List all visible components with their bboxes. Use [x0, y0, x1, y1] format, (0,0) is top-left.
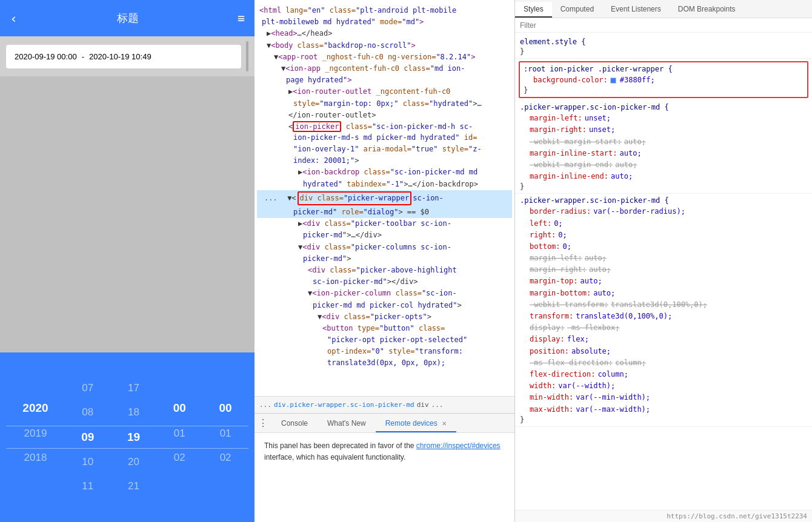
whats-new-tab[interactable]: What's New [318, 415, 376, 432]
dom-line: style="margin-top: 0px;" class="hydrated… [257, 98, 512, 110]
styles-content: element.style { } :root ion-picker .pick… [515, 33, 812, 510]
style-property: -webkit-margin-start: auto; [530, 136, 807, 148]
style-property: -webkit-transform: translate3d(0,100%,0)… [530, 299, 807, 311]
dom-line: <button type="button" class= [257, 323, 512, 334]
style-property: border-radius: var(--border-radius); [530, 206, 807, 217]
style-property: max-width: var(--max-width); [530, 404, 807, 415]
picker-item[interactable]: 01 [215, 423, 236, 444]
picker-item[interactable]: 21 [123, 475, 144, 497]
remote-devices-close[interactable]: ✕ [442, 420, 447, 427]
picker-item-selected[interactable]: 00 [215, 397, 237, 420]
color-swatch [610, 74, 617, 86]
picker-columns: 2020 2019 2018 07 08 09 10 11 17 18 19 [0, 377, 255, 497]
picker-wrapper-selector2: .picker-wrapper.sc-ion-picker-md { [520, 196, 807, 205]
dom-line: ▼<ion-picker-column class="sc-ion- [257, 288, 512, 299]
dom-line: ▼<app-root _nghost-fuh-c0 ng-version="8.… [257, 51, 512, 63]
picker-item[interactable]: 08 [77, 401, 98, 423]
picker-item[interactable] [175, 387, 184, 394]
back-button[interactable]: ‹ [10, 11, 18, 26]
root-picker-selector: :root ion-picker .picker-wrapper { [524, 65, 804, 73]
date-end: 2020-10-19 10:49 [89, 52, 151, 61]
style-property: margin-inline-start: auto; [530, 148, 807, 159]
picker-item[interactable]: 02 [169, 447, 190, 469]
dom-line: ▶<head>…</head> [257, 28, 512, 39]
picker-item[interactable] [30, 377, 40, 385]
menu-icon[interactable]: ≡ [238, 11, 245, 25]
console-tab[interactable]: Console [271, 415, 318, 432]
picker-item-selected[interactable]: 19 [122, 426, 145, 449]
picker-wrapper-highlight: div class="picker-wrapper [298, 191, 412, 205]
picker-item-selected[interactable]: 00 [168, 397, 191, 420]
picker-item[interactable]: 11 [77, 475, 98, 497]
deprecation-text-end: interface, which has equivalent function… [264, 453, 405, 461]
date-separator: - [82, 52, 84, 61]
event-listeners-tab[interactable]: Event Listeners [602, 2, 670, 18]
breadcrumb-item[interactable]: div.picker-wrapper.sc-ion-picker-md [274, 401, 414, 409]
dom-line: translate3d(0px, 0px, 0px); [257, 357, 512, 369]
picker-bottom: 2020 2019 2018 07 08 09 10 11 17 18 19 [0, 352, 255, 522]
remote-devices-tab[interactable]: Remote devices ✕ [376, 415, 456, 432]
picker-item[interactable]: 2018 [19, 447, 52, 469]
dom-line: ion-picker-md-s md picker-md hydrated" i… [257, 132, 512, 144]
dom-line: ▶<div class="picker-toolbar sc-ion- [257, 218, 512, 230]
style-property: min-width: var(--min-width); [530, 392, 807, 403]
dom-line: ▼<ion-app _ngcontent-fuh-c0 class="md io… [257, 63, 512, 74]
dom-line: ▼<div class="picker-opts"> [257, 311, 512, 323]
picker-item[interactable]: 18 [123, 401, 144, 423]
picker-item[interactable]: 2019 [19, 423, 52, 444]
dom-line: hydrated" tabindex="-1">…</ion-backdrop> [257, 179, 512, 190]
style-property: left: 0; [530, 218, 807, 230]
three-dot-menu[interactable]: ⋮ [255, 414, 271, 432]
dom-breakpoints-tab[interactable]: DOM Breakpoints [670, 2, 744, 18]
styles-tab[interactable]: Styles [515, 2, 552, 18]
picker-column-day: 17 18 19 20 21 [122, 377, 145, 497]
picker-item[interactable]: 02 [215, 447, 236, 469]
computed-tab[interactable]: Computed [552, 2, 602, 18]
style-property: flex-direction: column; [530, 369, 807, 380]
style-property: margin-top: auto; [530, 276, 807, 287]
dom-line: picker-md">…</div> [257, 230, 512, 241]
style-property: width: var(--width); [530, 380, 807, 392]
dom-line: "picker-opt picker-opt-selected" [257, 334, 512, 346]
scrollbar[interactable] [246, 41, 248, 71]
dom-line: ▼<div class="picker-columns sc-ion- [257, 242, 512, 253]
style-property: background-color: #3880ff; [533, 74, 804, 86]
picker-item[interactable] [221, 377, 230, 385]
picker-item[interactable] [30, 387, 40, 394]
dom-line-selected[interactable]: ... ▼<div class="picker-wrapper sc-ion- [257, 190, 512, 206]
dom-line: ▶<ion-router-outlet _ngcontent-fuh-c0 [257, 86, 512, 97]
breadcrumb: ... div.picker-wrapper.sc-ion-picker-md … [255, 396, 514, 413]
picker-item-selected[interactable]: 2020 [18, 397, 53, 420]
element-style-rule: element.style { } [515, 35, 812, 59]
picker-item[interactable] [175, 377, 184, 385]
dom-line: </ion-router-outlet> [257, 110, 512, 121]
style-property: display: flex; [530, 334, 807, 345]
picker-item[interactable] [221, 387, 230, 394]
dom-line: plt-mobileweb md hydrated" mode="md"> [257, 16, 512, 28]
picker-item[interactable]: 07 [77, 377, 98, 399]
style-property: position: absolute; [530, 346, 807, 357]
ion-picker-highlight: ion-picker [293, 121, 341, 132]
root-picker-body: background-color: #3880ff; [524, 74, 804, 86]
style-property: margin-left: auto; [530, 253, 807, 264]
dom-line: "ion-overlay-1" aria-modal="true" style=… [257, 144, 512, 155]
picker-item[interactable]: 17 [123, 377, 144, 399]
url-bar: https://blog.csdn.net/give1315t2234 [515, 510, 812, 522]
dom-line: <div class="picker-above-highlight [257, 265, 512, 276]
picker-column-year: 2020 2019 2018 [18, 377, 53, 497]
dom-line: index: 20001;"> [257, 155, 512, 167]
picker-item-selected[interactable]: 09 [76, 426, 99, 449]
dom-line: ▶<ion-backdrop class="sc-ion-picker-md m… [257, 167, 512, 178]
breadcrumb-ellipsis: ... [259, 401, 271, 409]
chrome-inspect-link[interactable]: chrome://inspect/#devices [416, 441, 501, 450]
dom-line: <ion-picker class="sc-ion-picker-md-h sc… [257, 121, 512, 132]
style-property: right: 0; [530, 230, 807, 241]
mobile-header: ‹ 标题 ≡ [0, 0, 255, 36]
picker-wrapper-body2: border-radius: var(--border-radius); lef… [520, 206, 807, 415]
picker-item[interactable]: 10 [77, 451, 98, 473]
picker-item[interactable]: 20 [123, 451, 144, 473]
picker-item[interactable]: 01 [169, 423, 190, 444]
mobile-title: 标题 [117, 11, 139, 25]
filter-input[interactable] [520, 21, 807, 30]
dom-line-selected-cont[interactable]: picker-md" role="dialog"> == $0 [257, 206, 512, 218]
